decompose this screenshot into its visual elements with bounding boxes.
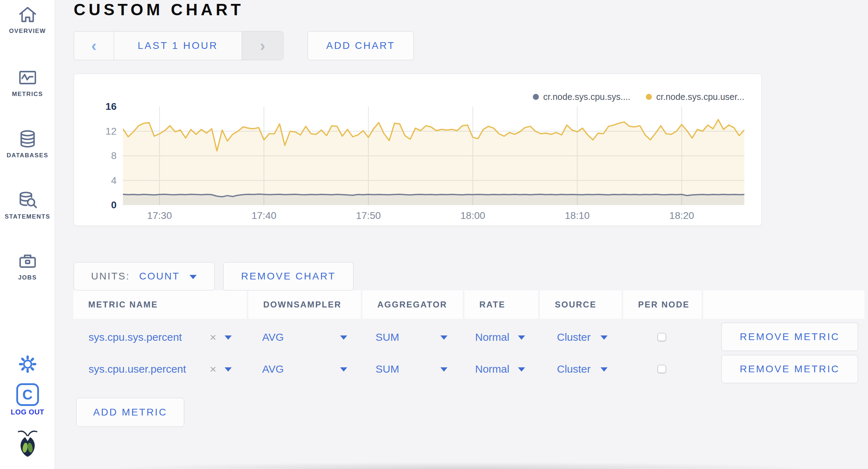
sidebar-item-label: STATEMENTS <box>0 213 55 220</box>
chart-svg <box>123 107 744 205</box>
metric-name-value: sys.cpu.user.percent <box>89 363 186 375</box>
metric-row: sys.cpu.sys.percent × AVG SUM Normal Clu… <box>55 327 868 348</box>
units-select[interactable]: UNITS: COUNT <box>74 262 215 290</box>
y-tick-label: 12 <box>74 126 117 137</box>
per-node-checkbox[interactable] <box>658 333 666 341</box>
sidebar-item-statements[interactable]: STATEMENTS <box>0 190 55 220</box>
remove-metric-button[interactable]: REMOVE METRIC <box>721 323 858 351</box>
sidebar: OVERVIEW METRICS DATABASES <box>0 0 55 469</box>
chevron-down-icon <box>518 335 525 340</box>
source-select[interactable]: Cluster <box>553 358 610 380</box>
aggregator-select[interactable]: SUM <box>372 358 452 380</box>
logout-label: LOG OUT <box>0 408 55 416</box>
cockroach-logo <box>0 429 55 458</box>
time-range-button[interactable]: LAST 1 HOUR <box>114 32 242 60</box>
chevron-down-icon <box>518 367 525 372</box>
clear-icon[interactable]: × <box>210 363 216 376</box>
add-metric-button[interactable]: ADD METRIC <box>76 398 184 427</box>
chevron-down-icon <box>340 335 347 340</box>
x-tick-label: 17:30 <box>147 210 172 221</box>
sidebar-item-label: METRICS <box>0 91 55 98</box>
column-header-per-node: PER NODE <box>623 290 701 319</box>
column-header-downsampler: DOWNSAMPLER <box>248 290 361 319</box>
scroll-shadow <box>55 460 868 469</box>
metric-row: sys.cpu.user.percent × AVG SUM Normal Cl… <box>55 358 868 380</box>
downsampler-select[interactable]: AVG <box>259 358 351 380</box>
y-tick-label: 16 <box>74 101 117 112</box>
database-icon <box>0 129 55 149</box>
x-tick-label: 18:20 <box>669 210 694 221</box>
downsampler-select[interactable]: AVG <box>259 327 351 348</box>
jobs-icon <box>0 251 55 271</box>
remove-metric-button[interactable]: REMOVE METRIC <box>721 355 858 383</box>
statements-icon <box>0 190 55 210</box>
x-tick-label: 18:00 <box>460 210 485 221</box>
y-axis-labels: 1612840 <box>74 107 117 205</box>
chevron-down-icon <box>225 335 232 340</box>
time-range-selector: ‹ LAST 1 HOUR › <box>74 31 283 60</box>
chart-legend: cr.node.sys.cpu.sys.... cr.node.sys.cpu.… <box>533 92 744 102</box>
logout-button[interactable]: C LOG OUT <box>0 383 55 416</box>
source-select[interactable]: Cluster <box>553 327 610 348</box>
gear-icon <box>0 354 55 375</box>
clear-icon[interactable]: × <box>210 331 216 344</box>
time-prev-button[interactable]: ‹ <box>74 32 114 60</box>
chevron-down-icon <box>340 367 347 372</box>
cockroach-c-icon: C <box>16 383 39 406</box>
page-title: CUSTOM CHART <box>74 0 244 19</box>
legend-item: cr.node.sys.cpu.sys.... <box>533 92 630 102</box>
chevron-down-icon <box>225 367 232 372</box>
x-tick-label: 17:50 <box>356 210 381 221</box>
column-header-aggregator: AGGREGATOR <box>362 290 463 319</box>
main-content: CUSTOM CHART ‹ LAST 1 HOUR › ADD CHART c… <box>55 0 868 469</box>
metrics-icon <box>0 67 55 88</box>
per-node-checkbox[interactable] <box>658 365 666 373</box>
metric-name-value: sys.cpu.sys.percent <box>89 331 182 343</box>
x-tick-label: 17:40 <box>252 210 276 221</box>
legend-item: cr.node.sys.cpu.user... <box>646 92 744 102</box>
chevron-down-icon <box>601 335 608 340</box>
remove-chart-button[interactable]: REMOVE CHART <box>223 262 354 290</box>
sidebar-item-label: DATABASES <box>0 152 55 159</box>
y-tick-label: 4 <box>74 175 117 186</box>
rate-select[interactable]: Normal <box>472 327 526 348</box>
y-tick-label: 0 <box>74 199 117 211</box>
sidebar-item-label: OVERVIEW <box>0 28 55 35</box>
sidebar-item-databases[interactable]: DATABASES <box>0 129 55 159</box>
column-header-metric-name: METRIC NAME <box>73 290 247 319</box>
units-label: UNITS: <box>91 271 130 282</box>
chart-card: cr.node.sys.cpu.sys.... cr.node.sys.cpu.… <box>74 74 762 226</box>
units-value: COUNT <box>139 271 180 282</box>
cockroach-bug-icon <box>0 429 55 458</box>
column-header-rate: RATE <box>464 290 538 319</box>
legend-dot <box>646 94 652 100</box>
add-chart-button[interactable]: ADD CHART <box>308 31 414 60</box>
chevron-down-icon <box>601 367 608 372</box>
x-axis-labels: 17:3017:4017:5018:0018:1018:20 <box>123 210 744 224</box>
y-tick-label: 8 <box>74 150 117 162</box>
legend-label: cr.node.sys.cpu.user... <box>656 92 744 102</box>
sidebar-item-overview[interactable]: OVERVIEW <box>0 4 55 35</box>
time-next-button[interactable]: › <box>242 32 283 60</box>
x-tick-label: 18:10 <box>565 210 590 221</box>
chevron-right-icon: › <box>260 38 265 53</box>
legend-dot <box>533 94 539 100</box>
aggregator-select[interactable]: SUM <box>372 327 452 348</box>
rate-select[interactable]: Normal <box>472 358 526 380</box>
metric-name-select[interactable]: sys.cpu.user.percent × <box>85 358 237 380</box>
chevron-down-icon <box>440 335 447 340</box>
metric-name-select[interactable]: sys.cpu.sys.percent × <box>85 327 237 348</box>
chevron-down-icon <box>440 367 447 372</box>
chevron-down-icon <box>190 275 197 279</box>
home-icon <box>0 4 55 25</box>
legend-label: cr.node.sys.cpu.sys.... <box>543 92 630 102</box>
sidebar-item-jobs[interactable]: JOBS <box>0 251 55 281</box>
sidebar-item-label: JOBS <box>0 274 55 281</box>
column-header-source: SOURCE <box>540 290 621 319</box>
column-header-actions <box>703 290 864 319</box>
settings-button[interactable] <box>0 354 55 375</box>
sidebar-item-metrics[interactable]: METRICS <box>0 67 55 98</box>
chevron-left-icon: ‹ <box>91 38 97 53</box>
